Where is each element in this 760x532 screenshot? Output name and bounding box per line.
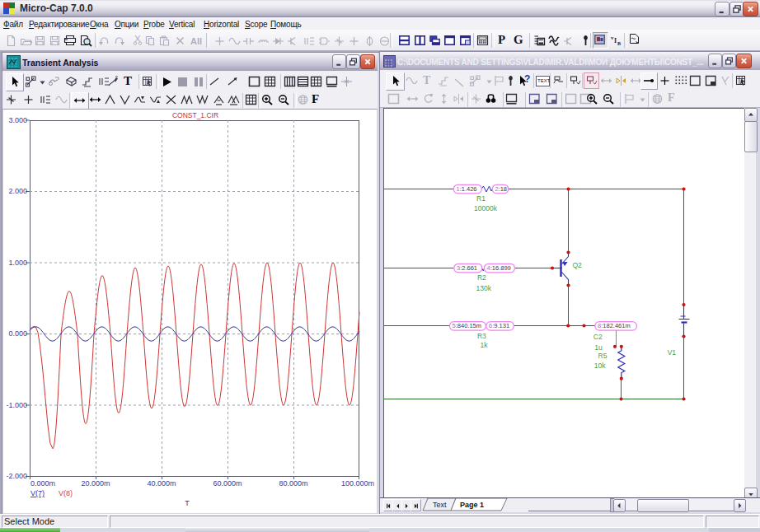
svg-text:60.000m: 60.000m bbox=[213, 479, 242, 488]
svg-text:40.000m: 40.000m bbox=[147, 479, 176, 488]
svg-text:8:182.461m: 8:182.461m bbox=[598, 322, 631, 329]
svg-text:C2: C2 bbox=[593, 333, 603, 341]
svg-text:0.000m: 0.000m bbox=[30, 479, 55, 488]
svg-text:R1: R1 bbox=[476, 194, 486, 203]
svg-text:5:840.15m: 5:840.15m bbox=[453, 322, 481, 329]
svg-text:2:18: 2:18 bbox=[495, 185, 507, 193]
svg-text:I: I bbox=[614, 37, 617, 44]
svg-text:10000k: 10000k bbox=[474, 204, 498, 212]
svg-text:R5: R5 bbox=[598, 352, 608, 360]
svg-text:T: T bbox=[185, 499, 190, 507]
svg-text:10k: 10k bbox=[594, 362, 606, 370]
svg-text:V1: V1 bbox=[668, 348, 677, 357]
svg-text:80.000m: 80.000m bbox=[279, 479, 307, 488]
svg-text:1k: 1k bbox=[481, 341, 489, 349]
svg-text:3.000: 3.000 bbox=[8, 116, 27, 124]
svg-text:4:16.899: 4:16.899 bbox=[487, 264, 511, 272]
svg-text:1.000: 1.000 bbox=[8, 259, 27, 267]
svg-text:-2.000: -2.000 bbox=[6, 472, 27, 480]
svg-text:R2: R2 bbox=[477, 273, 486, 282]
svg-text:Text: Text bbox=[433, 501, 447, 509]
svg-text:130k: 130k bbox=[476, 284, 492, 292]
svg-text:V(7): V(7) bbox=[30, 489, 45, 497]
svg-text:Q2: Q2 bbox=[573, 261, 583, 269]
svg-text:R3: R3 bbox=[477, 332, 486, 340]
svg-text:0.000: 0.000 bbox=[8, 329, 27, 338]
svg-text:V(8): V(8) bbox=[59, 489, 73, 497]
svg-text:-1.000: -1.000 bbox=[6, 401, 27, 409]
svg-text:3:2.661: 3:2.661 bbox=[457, 264, 477, 272]
svg-text:Page 1: Page 1 bbox=[460, 501, 484, 509]
svg-text:6:9.131: 6:9.131 bbox=[489, 322, 509, 329]
svg-text:100.000m: 100.000m bbox=[341, 479, 374, 488]
svg-text:CONST_1.CIR: CONST_1.CIR bbox=[172, 111, 218, 119]
svg-text:1:1.426: 1:1.426 bbox=[457, 185, 477, 193]
svg-text:2.000: 2.000 bbox=[8, 187, 27, 195]
svg-text:20.000m: 20.000m bbox=[81, 479, 110, 488]
svg-text:1u: 1u bbox=[594, 343, 603, 352]
svg-text:B: B bbox=[617, 41, 621, 46]
